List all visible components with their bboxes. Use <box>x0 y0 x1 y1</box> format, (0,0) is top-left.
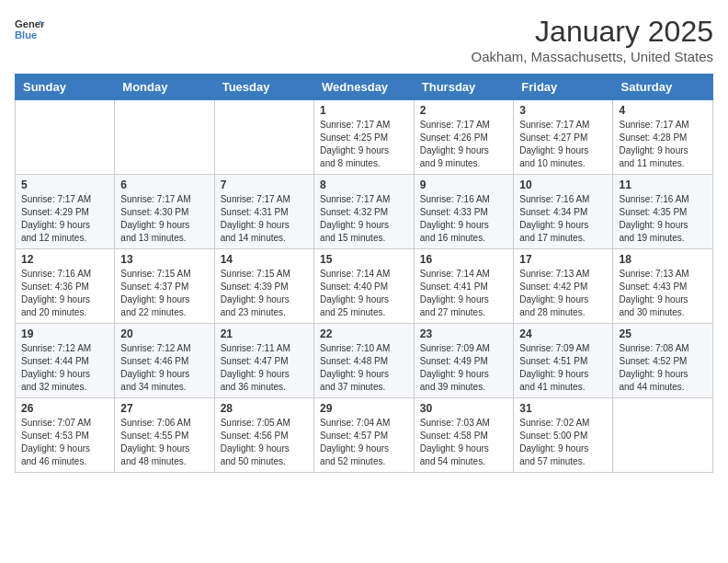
day-number: 23 <box>420 327 508 340</box>
day-cell-2: 2Sunrise: 7:17 AM Sunset: 4:26 PM Daylig… <box>414 100 514 175</box>
day-number: 20 <box>120 327 208 340</box>
day-info: Sunrise: 7:17 AM Sunset: 4:25 PM Dayligh… <box>320 119 408 170</box>
day-cell-6: 6Sunrise: 7:17 AM Sunset: 4:30 PM Daylig… <box>115 175 214 249</box>
day-info: Sunrise: 7:04 AM Sunset: 4:57 PM Dayligh… <box>320 417 408 468</box>
day-cell-4: 4Sunrise: 7:17 AM Sunset: 4:28 PM Daylig… <box>613 100 713 175</box>
day-cell-1: 1Sunrise: 7:17 AM Sunset: 4:25 PM Daylig… <box>314 100 415 175</box>
calendar-table: SundayMondayTuesdayWednesdayThursdayFrid… <box>15 74 713 473</box>
week-row-4: 19Sunrise: 7:12 AM Sunset: 4:44 PM Dayli… <box>16 324 713 398</box>
day-cell-10: 10Sunrise: 7:16 AM Sunset: 4:34 PM Dayli… <box>514 175 613 249</box>
day-number: 11 <box>619 178 707 191</box>
day-info: Sunrise: 7:05 AM Sunset: 4:56 PM Dayligh… <box>221 417 308 468</box>
day-cell-25: 25Sunrise: 7:08 AM Sunset: 4:52 PM Dayli… <box>613 324 713 398</box>
day-cell-19: 19Sunrise: 7:12 AM Sunset: 4:44 PM Dayli… <box>16 324 115 398</box>
day-info: Sunrise: 7:09 AM Sunset: 4:51 PM Dayligh… <box>519 342 607 394</box>
day-number: 4 <box>619 104 707 117</box>
weekday-header-monday: Monday <box>115 75 214 100</box>
day-info: Sunrise: 7:16 AM Sunset: 4:34 PM Dayligh… <box>519 193 607 245</box>
day-number: 6 <box>120 178 208 191</box>
day-info: Sunrise: 7:15 AM Sunset: 4:37 PM Dayligh… <box>120 268 208 319</box>
day-number: 24 <box>519 327 607 340</box>
day-info: Sunrise: 7:13 AM Sunset: 4:43 PM Dayligh… <box>619 268 707 319</box>
day-number: 8 <box>320 178 408 191</box>
day-number: 10 <box>519 178 607 191</box>
day-cell-5: 5Sunrise: 7:17 AM Sunset: 4:29 PM Daylig… <box>16 175 115 249</box>
week-row-3: 12Sunrise: 7:16 AM Sunset: 4:36 PM Dayli… <box>16 249 713 324</box>
day-number: 29 <box>320 402 408 415</box>
day-number: 2 <box>420 104 508 117</box>
logo-icon: General Blue <box>15 15 44 44</box>
day-number: 18 <box>619 253 707 266</box>
day-number: 1 <box>320 104 408 117</box>
day-info: Sunrise: 7:15 AM Sunset: 4:39 PM Dayligh… <box>221 268 308 319</box>
svg-text:General: General <box>15 18 44 29</box>
month-title: January 2025 <box>472 15 713 49</box>
day-number: 26 <box>21 402 108 415</box>
day-cell-7: 7Sunrise: 7:17 AM Sunset: 4:31 PM Daylig… <box>214 175 313 249</box>
day-number: 31 <box>519 402 607 415</box>
weekday-header-saturday: Saturday <box>613 75 713 100</box>
day-cell-14: 14Sunrise: 7:15 AM Sunset: 4:39 PM Dayli… <box>214 249 313 324</box>
day-number: 30 <box>420 402 508 415</box>
page-header: General Blue January 2025 Oakham, Massac… <box>15 15 713 64</box>
empty-cell <box>115 100 214 175</box>
day-info: Sunrise: 7:11 AM Sunset: 4:47 PM Dayligh… <box>221 342 308 394</box>
day-cell-18: 18Sunrise: 7:13 AM Sunset: 4:43 PM Dayli… <box>613 249 713 324</box>
day-cell-9: 9Sunrise: 7:16 AM Sunset: 4:33 PM Daylig… <box>414 175 514 249</box>
day-info: Sunrise: 7:02 AM Sunset: 5:00 PM Dayligh… <box>519 417 607 468</box>
day-info: Sunrise: 7:17 AM Sunset: 4:27 PM Dayligh… <box>519 119 607 170</box>
day-cell-13: 13Sunrise: 7:15 AM Sunset: 4:37 PM Dayli… <box>115 249 214 324</box>
day-cell-30: 30Sunrise: 7:03 AM Sunset: 4:58 PM Dayli… <box>414 398 514 473</box>
weekday-header-friday: Friday <box>514 75 613 100</box>
day-info: Sunrise: 7:13 AM Sunset: 4:42 PM Dayligh… <box>519 268 607 319</box>
day-number: 13 <box>120 253 208 266</box>
week-row-5: 26Sunrise: 7:07 AM Sunset: 4:53 PM Dayli… <box>16 398 713 473</box>
day-number: 12 <box>21 253 108 266</box>
day-info: Sunrise: 7:16 AM Sunset: 4:35 PM Dayligh… <box>619 193 707 245</box>
day-cell-22: 22Sunrise: 7:10 AM Sunset: 4:48 PM Dayli… <box>314 324 415 398</box>
day-info: Sunrise: 7:12 AM Sunset: 4:44 PM Dayligh… <box>21 342 108 394</box>
day-info: Sunrise: 7:17 AM Sunset: 4:31 PM Dayligh… <box>221 193 308 245</box>
day-info: Sunrise: 7:12 AM Sunset: 4:46 PM Dayligh… <box>120 342 208 394</box>
day-info: Sunrise: 7:17 AM Sunset: 4:32 PM Dayligh… <box>320 193 408 245</box>
day-number: 19 <box>21 327 108 340</box>
day-cell-27: 27Sunrise: 7:06 AM Sunset: 4:55 PM Dayli… <box>115 398 214 473</box>
day-info: Sunrise: 7:09 AM Sunset: 4:49 PM Dayligh… <box>420 342 508 394</box>
day-number: 16 <box>420 253 508 266</box>
logo: General Blue <box>15 15 48 44</box>
week-row-2: 5Sunrise: 7:17 AM Sunset: 4:29 PM Daylig… <box>16 175 713 249</box>
day-info: Sunrise: 7:16 AM Sunset: 4:36 PM Dayligh… <box>21 268 108 319</box>
day-number: 22 <box>320 327 408 340</box>
title-area: January 2025 Oakham, Massachusetts, Unit… <box>472 15 713 64</box>
day-number: 5 <box>21 178 108 191</box>
day-info: Sunrise: 7:17 AM Sunset: 4:28 PM Dayligh… <box>619 119 707 170</box>
day-info: Sunrise: 7:03 AM Sunset: 4:58 PM Dayligh… <box>420 417 508 468</box>
day-number: 27 <box>120 402 208 415</box>
weekday-header-wednesday: Wednesday <box>314 75 415 100</box>
day-info: Sunrise: 7:06 AM Sunset: 4:55 PM Dayligh… <box>120 417 208 468</box>
day-cell-24: 24Sunrise: 7:09 AM Sunset: 4:51 PM Dayli… <box>514 324 613 398</box>
day-info: Sunrise: 7:17 AM Sunset: 4:30 PM Dayligh… <box>120 193 208 245</box>
weekday-header-thursday: Thursday <box>414 75 514 100</box>
day-number: 14 <box>221 253 308 266</box>
day-cell-31: 31Sunrise: 7:02 AM Sunset: 5:00 PM Dayli… <box>514 398 613 473</box>
week-row-1: 1Sunrise: 7:17 AM Sunset: 4:25 PM Daylig… <box>16 100 713 175</box>
day-number: 17 <box>519 253 607 266</box>
day-info: Sunrise: 7:14 AM Sunset: 4:40 PM Dayligh… <box>320 268 408 319</box>
weekday-header-tuesday: Tuesday <box>214 75 313 100</box>
svg-text:Blue: Blue <box>15 29 37 40</box>
weekday-header-sunday: Sunday <box>16 75 115 100</box>
day-info: Sunrise: 7:16 AM Sunset: 4:33 PM Dayligh… <box>420 193 508 245</box>
day-cell-3: 3Sunrise: 7:17 AM Sunset: 4:27 PM Daylig… <box>514 100 613 175</box>
day-cell-28: 28Sunrise: 7:05 AM Sunset: 4:56 PM Dayli… <box>214 398 313 473</box>
day-cell-26: 26Sunrise: 7:07 AM Sunset: 4:53 PM Dayli… <box>16 398 115 473</box>
day-cell-17: 17Sunrise: 7:13 AM Sunset: 4:42 PM Dayli… <box>514 249 613 324</box>
day-cell-23: 23Sunrise: 7:09 AM Sunset: 4:49 PM Dayli… <box>414 324 514 398</box>
day-number: 9 <box>420 178 508 191</box>
day-number: 21 <box>221 327 308 340</box>
empty-cell <box>613 398 713 473</box>
day-info: Sunrise: 7:14 AM Sunset: 4:41 PM Dayligh… <box>420 268 508 319</box>
day-cell-15: 15Sunrise: 7:14 AM Sunset: 4:40 PM Dayli… <box>314 249 415 324</box>
day-info: Sunrise: 7:07 AM Sunset: 4:53 PM Dayligh… <box>21 417 108 468</box>
day-cell-11: 11Sunrise: 7:16 AM Sunset: 4:35 PM Dayli… <box>613 175 713 249</box>
